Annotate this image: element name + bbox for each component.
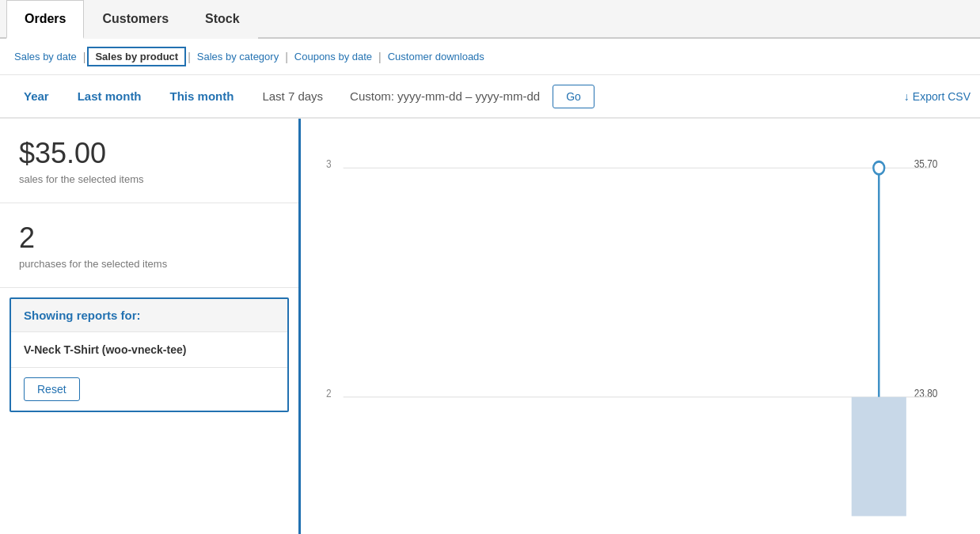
tab-stock[interactable]: Stock xyxy=(187,0,258,39)
purchases-stat-box: 2 purchases for the selected items xyxy=(0,203,298,288)
main-content: $35.00 sales for the selected items 2 pu… xyxy=(0,119,980,534)
reset-button[interactable]: Reset xyxy=(24,377,80,401)
subnav-sales-by-date[interactable]: Sales by date xyxy=(9,51,82,62)
reports-for-header: Showing reports for: xyxy=(11,299,287,332)
sales-value: $35.00 xyxy=(19,136,279,170)
y-value-35: 35.70 xyxy=(914,157,938,170)
y-value-23: 23.80 xyxy=(914,387,938,400)
go-button[interactable]: Go xyxy=(553,85,594,108)
download-icon: ↓ xyxy=(904,90,910,103)
subnav-coupons-by-date[interactable]: Coupons by date xyxy=(290,51,377,62)
subnav-sales-by-product[interactable]: Sales by product xyxy=(87,47,186,66)
chart-bar xyxy=(852,397,906,517)
last7-filter-btn[interactable]: Last 7 days xyxy=(248,81,337,111)
subnav-customer-downloads[interactable]: Customer downloads xyxy=(383,51,489,62)
date-filter-bar: Year Last month This month Last 7 days C… xyxy=(0,75,980,119)
sales-label: sales for the selected items xyxy=(19,173,279,185)
sep2: | xyxy=(188,51,191,63)
left-panel: $35.00 sales for the selected items 2 pu… xyxy=(0,119,301,534)
purchases-value: 2 xyxy=(19,221,279,255)
line-chart: 3 2 35.70 23.80 xyxy=(320,131,961,525)
custom-date-range: Custom: yyyy-mm-dd – yyyy-mm-dd Go xyxy=(337,85,904,108)
sales-stat-box: $35.00 sales for the selected items xyxy=(0,119,298,203)
reports-for-box: Showing reports for: V-Neck T-Shirt (woo… xyxy=(9,297,289,412)
tab-customers[interactable]: Customers xyxy=(84,0,187,39)
subnav-sales-by-category[interactable]: Sales by category xyxy=(192,51,283,62)
y-label-3: 3 xyxy=(326,157,332,170)
chart-area: 3 2 35.70 23.80 xyxy=(301,119,980,534)
sep1: | xyxy=(83,51,86,63)
top-tabs-container: Orders Customers Stock xyxy=(0,0,980,39)
this-month-filter-btn[interactable]: This month xyxy=(156,81,249,111)
sub-nav: Sales by date | Sales by product | Sales… xyxy=(0,39,980,75)
export-csv-button[interactable]: ↓ Export CSV xyxy=(904,90,971,103)
year-filter-btn[interactable]: Year xyxy=(9,81,63,111)
purchases-label: purchases for the selected items xyxy=(19,258,279,270)
custom-date-label: Custom: yyyy-mm-dd – yyyy-mm-dd xyxy=(350,89,540,103)
reports-product-name: V-Neck T-Shirt (woo-vneck-tee) xyxy=(11,332,287,368)
last-month-filter-btn[interactable]: Last month xyxy=(63,81,156,111)
sep4: | xyxy=(378,51,382,63)
tab-orders[interactable]: Orders xyxy=(6,0,84,39)
y-label-2: 2 xyxy=(326,387,332,400)
chart-dot xyxy=(873,161,884,174)
sep3: | xyxy=(285,51,288,63)
